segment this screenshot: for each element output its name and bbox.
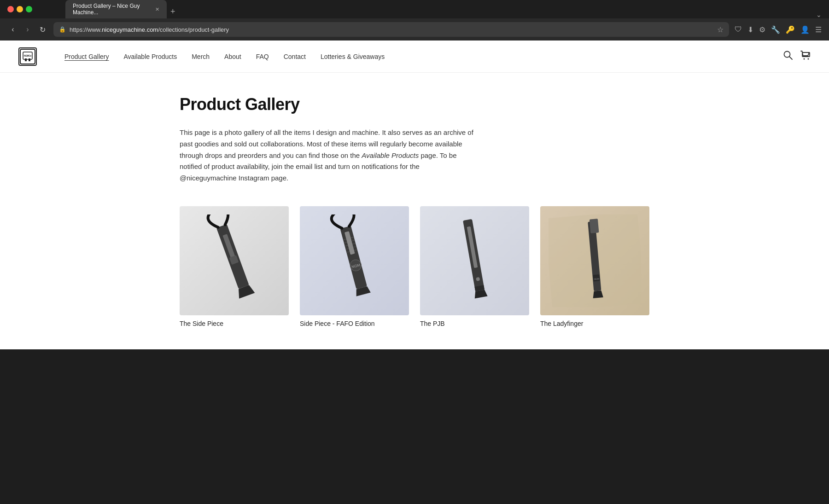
shield-icon[interactable]: 🛡 (735, 25, 742, 34)
address-bar: ‹ › ↻ 🔒 https://www.niceguymachine.com/c… (0, 18, 829, 41)
website-content: NGMCo Product Gallery Available Products… (0, 41, 829, 349)
maximize-button[interactable] (26, 6, 32, 12)
product-image-ladyfinger: NGM (540, 206, 649, 315)
nav-icons (783, 50, 811, 63)
url-text: https://www.niceguymachine.com/collectio… (70, 26, 229, 33)
nav-about[interactable]: About (224, 53, 241, 60)
svg-rect-31 (590, 219, 599, 233)
logo-icon: NGMCo (18, 47, 37, 66)
url-bar[interactable]: 🔒 https://www.niceguymachine.com/collect… (53, 22, 729, 37)
new-tab-button[interactable]: + (167, 5, 179, 18)
extension-icon[interactable]: 🔧 (771, 25, 780, 34)
nav-links: Product Gallery Available Products Merch… (64, 53, 783, 60)
nav-lotteries[interactable]: Lotteries & Giveaways (321, 53, 385, 60)
product-image-pjb (420, 206, 529, 315)
profile-icon[interactable]: 👤 (800, 25, 810, 34)
search-icon[interactable] (783, 50, 793, 63)
traffic-lights (7, 6, 32, 12)
active-tab[interactable]: Product Gallery – Nice Guy Machine... ✕ (65, 0, 167, 18)
page-description: This page is a photo gallery of all the … (180, 127, 474, 184)
description-link[interactable]: Available Products (362, 151, 419, 159)
tab-bar: Product Gallery – Nice Guy Machine... ✕ … (38, 0, 822, 18)
product-card-side-piece[interactable]: The Side Piece (180, 206, 289, 327)
product-grid: The Side Piece (180, 206, 649, 327)
svg-point-7 (804, 58, 805, 60)
forward-button[interactable]: › (22, 24, 33, 35)
product-card-ladyfinger[interactable]: NGM The Ladyfinger (540, 206, 649, 327)
tab-chevron-icon[interactable]: ⌄ (816, 11, 822, 18)
product-name-pjb: The PJB (420, 320, 529, 327)
settings-icon[interactable]: ⚙ (759, 25, 765, 34)
nav-merch[interactable]: Merch (192, 53, 210, 60)
main-content: Product Gallery This page is a photo gal… (161, 73, 668, 349)
svg-text:NGM: NGM (594, 277, 599, 280)
product-image-fafo: NGM (300, 206, 409, 315)
svg-rect-2 (25, 58, 27, 61)
tab-title: Product Gallery – Nice Guy Machine... (73, 3, 150, 16)
lock-icon: 🔒 (59, 26, 66, 33)
back-button[interactable]: ‹ (7, 24, 18, 35)
svg-line-6 (789, 57, 792, 59)
minimize-button[interactable] (17, 6, 23, 12)
site-navigation: NGMCo Product Gallery Available Products… (0, 41, 829, 73)
nav-faq[interactable]: FAQ (256, 53, 269, 60)
tab-close-button[interactable]: ✕ (155, 6, 159, 12)
svg-point-8 (808, 58, 809, 60)
browser-window: Product Gallery – Nice Guy Machine... ✕ … (0, 0, 829, 504)
browser-actions: 🛡 ⬇ ⚙ 🔧 🔑 👤 ☰ (735, 25, 822, 34)
close-button[interactable] (7, 6, 14, 12)
cart-icon[interactable] (800, 50, 811, 63)
nav-product-gallery[interactable]: Product Gallery (64, 53, 109, 60)
product-card-fafo[interactable]: NGM Side Piece - FAFO Edition (300, 206, 409, 327)
browser-titlebar: Product Gallery – Nice Guy Machine... ✕ … (0, 0, 829, 18)
download-icon[interactable]: ⬇ (747, 25, 753, 34)
product-name-side-piece: The Side Piece (180, 320, 289, 327)
product-card-pjb[interactable]: The PJB (420, 206, 529, 327)
nav-available-products[interactable]: Available Products (123, 53, 177, 60)
svg-text:NGMCo: NGMCo (24, 54, 31, 57)
reload-button[interactable]: ↻ (37, 24, 48, 35)
product-image-side-piece (180, 206, 289, 315)
nav-contact[interactable]: Contact (284, 53, 306, 60)
site-logo[interactable]: NGMCo (18, 47, 37, 66)
product-name-ladyfinger: The Ladyfinger (540, 320, 649, 327)
bitwarden-icon[interactable]: 🔑 (786, 25, 795, 34)
svg-rect-3 (29, 58, 30, 61)
nav-buttons: ‹ › ↻ (7, 24, 48, 35)
svg-rect-14 (340, 226, 367, 289)
bookmark-icon[interactable]: ☆ (717, 25, 724, 34)
product-name-fafo: Side Piece - FAFO Edition (300, 320, 409, 327)
page-title: Product Gallery (180, 95, 649, 114)
menu-icon[interactable]: ☰ (815, 25, 822, 34)
